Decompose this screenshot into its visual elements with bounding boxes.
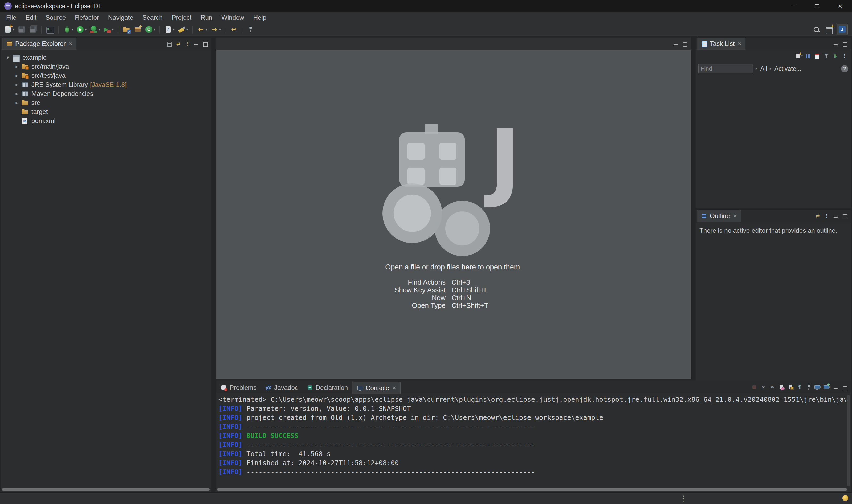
status-overflow-icon[interactable]: ⋮ [680, 494, 687, 503]
activate-link[interactable]: Activate... [775, 65, 801, 72]
expand-arrow-icon[interactable] [13, 73, 21, 78]
tab-outline[interactable]: Outline × [697, 210, 741, 222]
task-find-input[interactable] [698, 64, 753, 73]
tree-item-maven-dependencies[interactable]: Maven Dependencies [1, 89, 211, 98]
remove-all-launches-button[interactable]: ▾ [768, 383, 777, 392]
maximize-window-button[interactable] [805, 0, 829, 12]
menu-item[interactable]: Navigate [104, 12, 138, 23]
quick-search-button[interactable]: ▾ [811, 24, 822, 35]
minimize-button[interactable] [192, 39, 201, 48]
tree-item-example[interactable]: example [1, 53, 211, 62]
expand-arrow-icon[interactable] [13, 82, 21, 88]
tree-item-src-main-java[interactable]: src/main/java [1, 62, 211, 71]
link-with-editor-button[interactable] [813, 211, 822, 220]
debug-button[interactable]: ▾ [61, 24, 75, 35]
display-console-button[interactable]: ▾ [813, 383, 822, 392]
tab-problems[interactable]: Problems × [216, 382, 261, 394]
maximize-button[interactable] [840, 39, 849, 48]
vertical-scrollbar[interactable] [847, 395, 850, 486]
remove-launch-button[interactable]: ▾ [759, 383, 768, 392]
scrollbar-thumb[interactable] [217, 488, 847, 491]
close-tab-icon[interactable]: × [733, 213, 737, 219]
minimize-button[interactable] [831, 211, 840, 220]
view-menu-button[interactable] [183, 39, 192, 48]
tree-item-target[interactable]: target [1, 107, 211, 116]
scheduled-button[interactable]: ▾ [813, 51, 822, 60]
view-menu-button[interactable]: ▾ [840, 51, 849, 60]
tree-item-src[interactable]: src [1, 98, 211, 107]
java-perspective-button[interactable]: ▾ [837, 24, 848, 35]
tree-item-jre-system-library[interactable]: JRE System Library [JavaSE-1.8] [1, 80, 211, 89]
expand-arrow-icon[interactable] [13, 100, 21, 106]
minimize-button[interactable] [671, 39, 680, 48]
open-task-button[interactable]: ▾ [163, 24, 176, 35]
new-task-button[interactable]: ▾ [795, 51, 803, 60]
scrollbar-thumb[interactable] [2, 488, 210, 491]
back-button[interactable]: ▾ [195, 24, 209, 35]
maximize-button[interactable] [840, 211, 849, 220]
terminate-button[interactable]: ▾ [750, 383, 759, 392]
maximize-button[interactable] [201, 39, 210, 48]
filter-completed-button[interactable]: ▾ [822, 51, 831, 60]
tab-console[interactable]: Console × [352, 382, 401, 394]
menu-item[interactable]: Help [249, 12, 271, 23]
synchronize-button[interactable]: ▾ [831, 51, 840, 60]
maximize-button[interactable]: ▾ [840, 383, 849, 392]
terminal-button[interactable]: ▾ [45, 24, 55, 35]
horizontal-scrollbar[interactable] [217, 487, 850, 491]
menu-item[interactable]: Window [217, 12, 248, 23]
open-perspective-button[interactable]: ▾ [824, 24, 834, 35]
menu-item[interactable]: Edit [21, 12, 41, 23]
menu-item[interactable]: File [2, 12, 21, 23]
menu-item[interactable]: Run [196, 12, 217, 23]
pin-console-button[interactable]: ▾ [804, 383, 813, 392]
minimize-window-button[interactable] [782, 0, 805, 12]
collapse-all-button[interactable] [165, 39, 174, 48]
new-java-project-button[interactable]: ▾ [121, 24, 132, 35]
task-scope-all[interactable]: All [760, 65, 767, 72]
tab-package-explorer[interactable]: Package Explorer × [2, 38, 76, 50]
horizontal-scrollbar[interactable] [2, 487, 211, 491]
scrollbar-thumb[interactable] [847, 395, 850, 486]
save-button[interactable]: ▾ [16, 24, 27, 35]
last-edit-location-button[interactable]: ▾ [228, 24, 239, 35]
menu-item[interactable]: Refactor [70, 12, 104, 23]
maximize-button[interactable] [680, 39, 689, 48]
menu-item[interactable]: Project [167, 12, 196, 23]
categorized-button[interactable]: ▾ [803, 51, 813, 60]
run-button[interactable]: ▾ [75, 24, 88, 35]
clear-console-button[interactable]: ▾ [777, 383, 786, 392]
close-tab-icon[interactable]: × [69, 40, 72, 47]
menu-item[interactable]: Search [138, 12, 167, 23]
save-all-button[interactable]: ▾ [28, 24, 38, 35]
view-menu-button[interactable] [822, 211, 831, 220]
close-tab-icon[interactable]: × [392, 385, 396, 391]
notification-icon[interactable] [842, 495, 848, 501]
tree-item-src-test-java[interactable]: src/test/java [1, 71, 211, 80]
expand-arrow-icon[interactable] [4, 55, 12, 60]
close-window-button[interactable]: × [829, 0, 852, 12]
external-tools-button[interactable]: ▾ [102, 24, 115, 35]
expand-arrow-icon[interactable] [13, 64, 21, 70]
coverage-button[interactable]: ▾ [88, 24, 102, 35]
close-tab-icon[interactable]: × [738, 40, 742, 47]
scroll-lock-button[interactable]: ▾ [786, 383, 795, 392]
new-wizard-button[interactable]: ▾ [3, 24, 16, 35]
expand-arrow-icon[interactable] [13, 91, 21, 97]
help-icon[interactable]: ? [841, 65, 848, 72]
menu-item[interactable]: Source [41, 12, 70, 23]
link-with-editor-button[interactable] [174, 39, 183, 48]
tab-task-list[interactable]: Task List × [697, 38, 745, 50]
tree-item-pom-xml[interactable]: pom.xml [1, 116, 211, 125]
new-class-button[interactable]: ▾ [144, 24, 157, 35]
new-package-button[interactable]: ▾ [132, 24, 143, 35]
search-button[interactable]: ▾ [176, 24, 189, 35]
minimize-button[interactable]: ▾ [831, 383, 840, 392]
tab-javadoc[interactable]: Javadoc × [261, 382, 302, 394]
forward-button[interactable]: ▾ [209, 24, 222, 35]
tab-declaration[interactable]: Declaration × [302, 382, 352, 394]
open-console-button[interactable]: ▾ [822, 383, 831, 392]
pin-editor-button[interactable]: ▾ [245, 24, 256, 35]
minimize-button[interactable] [831, 39, 840, 48]
word-wrap-button[interactable]: ▾ [795, 383, 804, 392]
